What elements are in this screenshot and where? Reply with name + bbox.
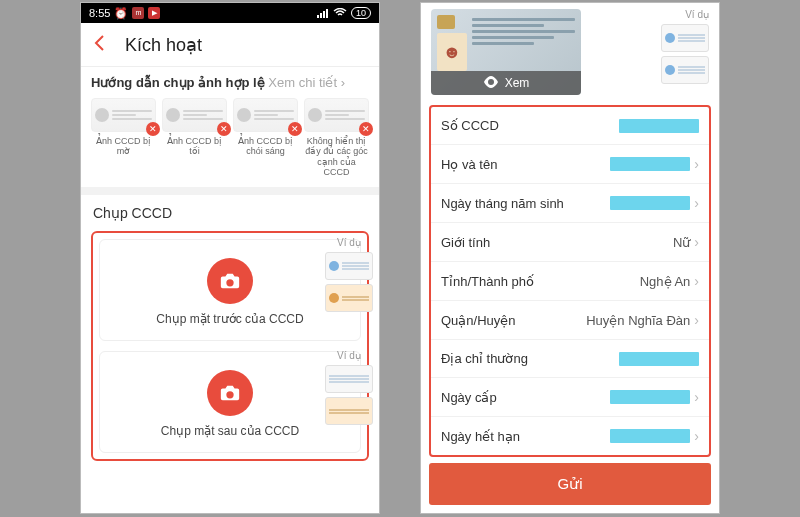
example-card-back — [325, 365, 373, 393]
svg-rect-2 — [323, 11, 325, 18]
form-row[interactable]: Ngày cấp› — [431, 378, 709, 417]
field-label: Ngày cấp — [441, 390, 610, 405]
field-label: Giới tính — [441, 235, 673, 250]
chevron-right-icon: › — [694, 156, 699, 172]
id-chip-graphic — [437, 15, 455, 29]
guide-title: Hướng dẫn chụp ảnh hợp lệ — [91, 75, 265, 90]
phone-screen-1: 8:55 ⏰ m ▶ 10 Kích hoạt Hướng dẫn chụp ả… — [80, 2, 380, 514]
guide-item-label: Ảnh CCCD bị chói sáng — [233, 136, 298, 157]
view-overlay[interactable]: Xem — [431, 71, 581, 95]
svg-rect-3 — [326, 9, 328, 18]
capture-back-label: Chụp mặt sau của CCCD — [108, 424, 352, 440]
chevron-right-icon: › — [694, 389, 699, 405]
form-row[interactable]: Địa chỉ thường — [431, 340, 709, 378]
page-title: Kích hoạt — [125, 34, 202, 56]
back-arrow-icon[interactable] — [91, 33, 113, 57]
form-row[interactable]: Số CCCD — [431, 107, 709, 145]
guide-section: Hướng dẫn chụp ảnh hợp lệ Xem chi tiết ›… — [81, 67, 379, 195]
guide-card-thumb: ✕ — [162, 98, 227, 132]
redacted-value — [619, 352, 699, 366]
form-row[interactable]: Tỉnh/Thành phốNghệ An› — [431, 262, 709, 301]
wifi-icon — [333, 8, 347, 18]
view-label: Xem — [505, 76, 530, 90]
guide-card-thumb: ✕ — [304, 98, 369, 132]
chevron-right-icon: › — [694, 234, 699, 250]
field-label: Quận/Huyện — [441, 313, 586, 328]
guide-detail-link[interactable]: Xem chi tiết — [268, 75, 337, 90]
field-label: Số CCCD — [441, 118, 619, 133]
submit-button[interactable]: Gửi — [429, 463, 711, 505]
field-label: Tỉnh/Thành phố — [441, 274, 640, 289]
camera-icon[interactable] — [207, 258, 253, 304]
redacted-value — [619, 119, 699, 133]
form-row[interactable]: Ngày hết hạn› — [431, 417, 709, 455]
phone-screen-2: ☻ Xem Ví dụ Số CCCDHọ và tên›Ngày tháng … — [420, 2, 720, 514]
guide-item[interactable]: ✕Ảnh CCCD bị chói sáng — [233, 98, 298, 177]
signal-icon — [317, 8, 329, 18]
guide-card-thumb: ✕ — [233, 98, 298, 132]
guide-item-label: Ảnh CCCD bị tối — [162, 136, 227, 157]
redacted-value — [610, 157, 690, 171]
form-row[interactable]: Ngày tháng năm sinh› — [431, 184, 709, 223]
field-value: Nữ — [673, 235, 690, 250]
id-photo-preview[interactable]: ☻ Xem — [431, 9, 581, 95]
chevron-right-icon: › — [694, 428, 699, 444]
field-value: Nghệ An — [640, 274, 691, 289]
capture-front-label: Chụp mặt trước của CCCD — [108, 312, 352, 328]
example-label: Ví dụ — [337, 350, 361, 361]
id-avatar-graphic: ☻ — [437, 33, 467, 71]
error-badge-icon: ✕ — [146, 122, 160, 136]
example-card — [661, 24, 709, 52]
app-icon-2: ▶ — [148, 7, 160, 19]
battery-icon: 10 — [351, 7, 371, 19]
chevron-right-icon: › — [694, 312, 699, 328]
form-row[interactable]: Giới tínhNữ› — [431, 223, 709, 262]
eye-icon — [483, 76, 499, 91]
field-label: Họ và tên — [441, 157, 610, 172]
field-label: Địa chỉ thường — [441, 351, 619, 366]
form-row[interactable]: Họ và tên› — [431, 145, 709, 184]
app-icon-1: m — [132, 7, 144, 19]
app-header: Kích hoạt — [81, 23, 379, 67]
guide-item[interactable]: ✕Ảnh CCCD bị mờ — [91, 98, 156, 177]
form-highlight-frame: Số CCCDHọ và tên›Ngày tháng năm sinh›Giớ… — [429, 105, 711, 457]
capture-section-title: Chụp CCCD — [81, 195, 379, 227]
guide-item-label: Không hiển thị đầy đủ các góc cạnh của C… — [304, 136, 369, 177]
guide-card-thumb: ✕ — [91, 98, 156, 132]
redacted-value — [610, 390, 690, 404]
svg-rect-1 — [320, 13, 322, 18]
example-column: Ví dụ Ví dụ — [319, 237, 379, 425]
camera-icon[interactable] — [207, 370, 253, 416]
alarm-icon: ⏰ — [114, 7, 128, 20]
error-badge-icon: ✕ — [217, 122, 231, 136]
field-label: Ngày tháng năm sinh — [441, 196, 610, 211]
status-time: 8:55 — [89, 7, 110, 19]
example-label: Ví dụ — [685, 9, 709, 20]
redacted-value — [610, 196, 690, 210]
submit-label: Gửi — [558, 475, 583, 492]
guide-item-label: Ảnh CCCD bị mờ — [91, 136, 156, 157]
example-card-back-alt — [325, 397, 373, 425]
chevron-right-icon: › — [694, 273, 699, 289]
field-value: Huyện Nghĩa Đàn — [586, 313, 690, 328]
error-badge-icon: ✕ — [359, 122, 373, 136]
chevron-right-icon: › — [341, 75, 345, 90]
example-label: Ví dụ — [337, 237, 361, 248]
guide-item[interactable]: ✕Không hiển thị đầy đủ các góc cạnh của … — [304, 98, 369, 177]
status-bar: 8:55 ⏰ m ▶ 10 — [81, 3, 379, 23]
form-row[interactable]: Quận/HuyệnHuyện Nghĩa Đàn› — [431, 301, 709, 340]
error-badge-icon: ✕ — [288, 122, 302, 136]
redacted-value — [610, 429, 690, 443]
example-card-front — [325, 252, 373, 280]
chevron-right-icon: › — [694, 195, 699, 211]
svg-rect-0 — [317, 15, 319, 18]
guide-item[interactable]: ✕Ảnh CCCD bị tối — [162, 98, 227, 177]
example-card-front-alt — [325, 284, 373, 312]
example-card — [661, 56, 709, 84]
field-label: Ngày hết hạn — [441, 429, 610, 444]
